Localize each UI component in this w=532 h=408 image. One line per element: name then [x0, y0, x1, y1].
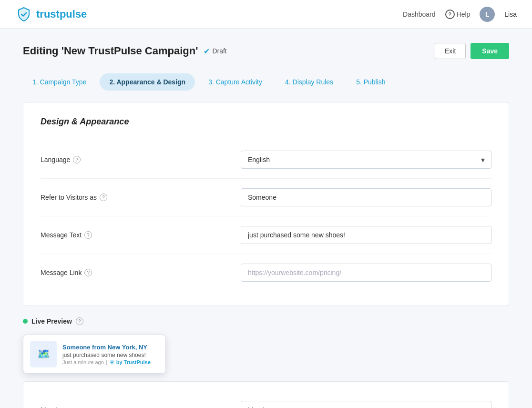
map-icon-select[interactable]: Map Icon Pin Icon Star Icon [241, 401, 491, 408]
tabs: 1. Campaign Type 2. Appearance & Design … [23, 73, 509, 91]
refer-visitors-row: Refer to Visitors as ? [41, 179, 491, 216]
language-label: Language ? [41, 156, 241, 163]
refer-visitors-input[interactable] [241, 188, 491, 206]
tab-appearance-design[interactable]: 2. Appearance & Design [100, 73, 195, 91]
popup-footer: Just a minute ago | by TrustPulse [62, 359, 159, 365]
help-button[interactable]: ? Help [445, 10, 471, 19]
exit-button[interactable]: Exit [435, 43, 466, 59]
header: trustpulse Dashboard ? Help L Lisa [0, 0, 532, 29]
popup-separator: | [106, 359, 107, 365]
refer-visitors-label: Refer to Visitors as ? [41, 194, 241, 201]
message-text-control [241, 226, 491, 244]
preview-popup: 🗺️ Someone from New York, NY just purcha… [23, 335, 166, 374]
map-icon-field-label: Map Icon [41, 406, 241, 408]
help-icon: ? [445, 10, 455, 19]
save-button[interactable]: Save [471, 43, 509, 59]
message-text-input[interactable] [241, 226, 491, 244]
message-link-row: Message Link ? [41, 254, 491, 291]
editing-actions: Exit Save [435, 43, 509, 59]
popup-person-name: Someone from New York, NY [62, 344, 159, 351]
logo-icon [15, 6, 32, 23]
editing-header: Editing 'New TrustPulse Campaign' ✔ Draf… [23, 43, 509, 59]
tab-campaign-type[interactable]: 1. Campaign Type [23, 73, 96, 91]
user-avatar[interactable]: L [480, 7, 495, 22]
language-info-icon[interactable]: ? [73, 156, 81, 163]
live-preview-header: Live Preview ? [23, 317, 509, 325]
live-dot [23, 319, 28, 324]
live-preview-section: Live Preview ? 🗺️ Someone from New York,… [23, 317, 509, 374]
draft-icon: ✔ [204, 47, 210, 56]
live-preview-label: Live Preview [31, 317, 72, 325]
message-link-label: Message Link ? [41, 269, 241, 276]
message-link-info-icon[interactable]: ? [84, 269, 92, 276]
message-text-info-icon[interactable]: ? [84, 231, 92, 239]
refer-visitors-control [241, 188, 491, 206]
live-preview-info-icon[interactable]: ? [76, 317, 83, 325]
language-select[interactable]: English Spanish French German Italian Po… [241, 151, 491, 169]
logo-text: trustpulse [36, 8, 87, 20]
draft-badge: ✔ Draft [204, 47, 226, 56]
dashboard-link[interactable]: Dashboard [403, 10, 436, 18]
header-nav: Dashboard ? Help L Lisa [403, 7, 517, 22]
popup-trustpulse-logo: by TrustPulse [109, 359, 151, 365]
tab-publish[interactable]: 5. Publish [347, 73, 395, 91]
map-icon-select-wrapper: Map Icon Pin Icon Star Icon [241, 401, 491, 408]
language-select-wrapper: English Spanish French German Italian Po… [241, 151, 491, 169]
map-icon-control: Map Icon Pin Icon Star Icon [241, 401, 491, 408]
popup-message: just purchased some new shoes! [62, 352, 159, 358]
map-icon-card: Map Icon Map Icon Pin Icon Star Icon [23, 381, 509, 408]
message-link-input[interactable] [241, 264, 491, 282]
editing-title: Editing 'New TrustPulse Campaign' ✔ Draf… [23, 45, 227, 57]
language-row: Language ? English Spanish French German… [41, 141, 491, 179]
message-text-label: Message Text ? [41, 231, 241, 239]
message-text-row: Message Text ? [41, 216, 491, 254]
card-title: Design & Appearance [41, 117, 491, 127]
map-icon-row: Map Icon Map Icon Pin Icon Star Icon [41, 396, 491, 408]
popup-map-icon: 🗺️ [30, 341, 57, 367]
design-appearance-card: Design & Appearance Language ? English S… [23, 102, 509, 306]
logo: trustpulse [15, 6, 87, 23]
page: Editing 'New TrustPulse Campaign' ✔ Draf… [13, 29, 519, 408]
user-name: Lisa [504, 10, 517, 18]
refer-visitors-info-icon[interactable]: ? [100, 194, 107, 201]
tab-display-rules[interactable]: 4. Display Rules [276, 73, 343, 91]
tab-capture-activity[interactable]: 3. Capture Activity [199, 73, 272, 91]
trustpulse-mini-icon [109, 359, 115, 365]
popup-content: Someone from New York, NY just purchased… [62, 344, 159, 365]
message-link-control [241, 264, 491, 282]
language-control: English Spanish French German Italian Po… [241, 151, 491, 169]
